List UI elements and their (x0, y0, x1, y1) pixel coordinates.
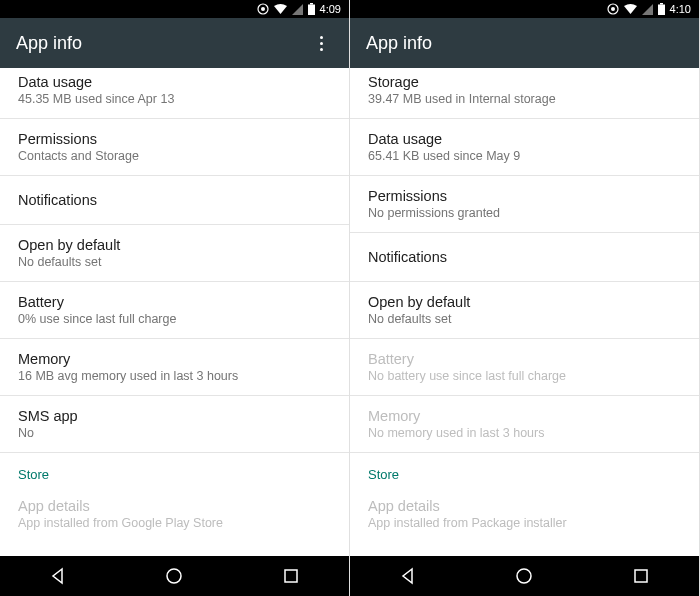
item-title: Open by default (368, 294, 681, 310)
settings-list: Data usage 45.35 MB used since Apr 13 Pe… (0, 68, 349, 556)
item-sub: App installed from Google Play Store (18, 516, 331, 530)
svg-point-7 (611, 7, 615, 11)
overflow-menu-icon[interactable] (309, 31, 333, 55)
nav-home-button[interactable] (489, 556, 559, 596)
wifi-icon (274, 4, 287, 15)
app-bar-title: App info (366, 33, 432, 54)
svg-point-4 (167, 569, 181, 583)
item-title: Permissions (18, 131, 331, 147)
nav-bar (0, 556, 349, 596)
item-memory: Memory No memory used in last 3 hours (350, 396, 699, 453)
svg-rect-9 (660, 3, 663, 5)
item-data-usage[interactable]: Data usage 65.41 KB used since May 9 (350, 119, 699, 176)
item-battery[interactable]: Battery 0% use since last full charge (0, 282, 349, 339)
item-sub: 45.35 MB used since Apr 13 (18, 92, 331, 106)
item-title: Memory (368, 408, 681, 424)
battery-icon (658, 3, 665, 15)
item-sub: No battery use since last full charge (368, 369, 681, 383)
svg-rect-2 (308, 5, 315, 16)
cast-icon (607, 3, 619, 15)
item-sub: No defaults set (18, 255, 331, 269)
item-sub: App installed from Package installer (368, 516, 681, 530)
item-open-by-default[interactable]: Open by default No defaults set (0, 225, 349, 282)
item-sub: 65.41 KB used since May 9 (368, 149, 681, 163)
item-title: Permissions (368, 188, 681, 204)
status-time: 4:10 (670, 3, 691, 15)
item-sms-app[interactable]: SMS app No (0, 396, 349, 453)
item-title: Battery (368, 351, 681, 367)
item-permissions[interactable]: Permissions Contacts and Storage (0, 119, 349, 176)
svg-rect-11 (635, 570, 647, 582)
nav-back-button[interactable] (23, 556, 93, 596)
settings-list: Storage 39.47 MB used in Internal storag… (350, 68, 699, 556)
item-sub: No defaults set (368, 312, 681, 326)
nav-recent-button[interactable] (606, 556, 676, 596)
item-app-details: App details App installed from Google Pl… (0, 486, 349, 542)
app-bar: App info (0, 18, 349, 68)
item-app-details: App details App installed from Package i… (350, 486, 699, 542)
status-bar: 4:10 (350, 0, 699, 18)
svg-point-10 (517, 569, 531, 583)
item-sub: 16 MB avg memory used in last 3 hours (18, 369, 331, 383)
signal-icon (292, 4, 303, 15)
item-title: App details (18, 498, 331, 514)
section-store: Store (0, 453, 349, 486)
nav-home-button[interactable] (139, 556, 209, 596)
item-storage[interactable]: Storage 39.47 MB used in Internal storag… (350, 68, 699, 119)
item-title: Memory (18, 351, 331, 367)
signal-icon (642, 4, 653, 15)
item-title: Battery (18, 294, 331, 310)
item-title: Notifications (18, 188, 331, 212)
svg-rect-5 (285, 570, 297, 582)
status-bar: 4:09 (0, 0, 349, 18)
nav-recent-button[interactable] (256, 556, 326, 596)
item-sub: 39.47 MB used in Internal storage (368, 92, 681, 106)
item-sub: 0% use since last full charge (18, 312, 331, 326)
item-sub: No (18, 426, 331, 440)
pane-left: 4:09 App info Data usage 45.35 MB used s… (0, 0, 350, 596)
item-memory[interactable]: Memory 16 MB avg memory used in last 3 h… (0, 339, 349, 396)
item-title: Notifications (368, 245, 681, 269)
app-bar-title: App info (16, 33, 82, 54)
item-sub: No memory used in last 3 hours (368, 426, 681, 440)
status-time: 4:09 (320, 3, 341, 15)
wifi-icon (624, 4, 637, 15)
section-store: Store (350, 453, 699, 486)
item-battery: Battery No battery use since last full c… (350, 339, 699, 396)
item-open-by-default[interactable]: Open by default No defaults set (350, 282, 699, 339)
item-title: Open by default (18, 237, 331, 253)
item-title: App details (368, 498, 681, 514)
nav-back-button[interactable] (373, 556, 443, 596)
svg-rect-8 (658, 5, 665, 16)
item-data-usage[interactable]: Data usage 45.35 MB used since Apr 13 (0, 68, 349, 119)
item-title: SMS app (18, 408, 331, 424)
svg-rect-3 (310, 3, 313, 5)
item-title: Data usage (18, 74, 331, 90)
item-permissions[interactable]: Permissions No permissions granted (350, 176, 699, 233)
item-notifications[interactable]: Notifications (350, 233, 699, 282)
cast-icon (257, 3, 269, 15)
app-bar: App info (350, 18, 699, 68)
item-title: Data usage (368, 131, 681, 147)
pane-right: 4:10 App info Storage 39.47 MB used in I… (350, 0, 700, 596)
nav-bar (350, 556, 699, 596)
item-title: Storage (368, 74, 681, 90)
item-sub: No permissions granted (368, 206, 681, 220)
item-sub: Contacts and Storage (18, 149, 331, 163)
item-notifications[interactable]: Notifications (0, 176, 349, 225)
svg-point-1 (261, 7, 265, 11)
battery-icon (308, 3, 315, 15)
